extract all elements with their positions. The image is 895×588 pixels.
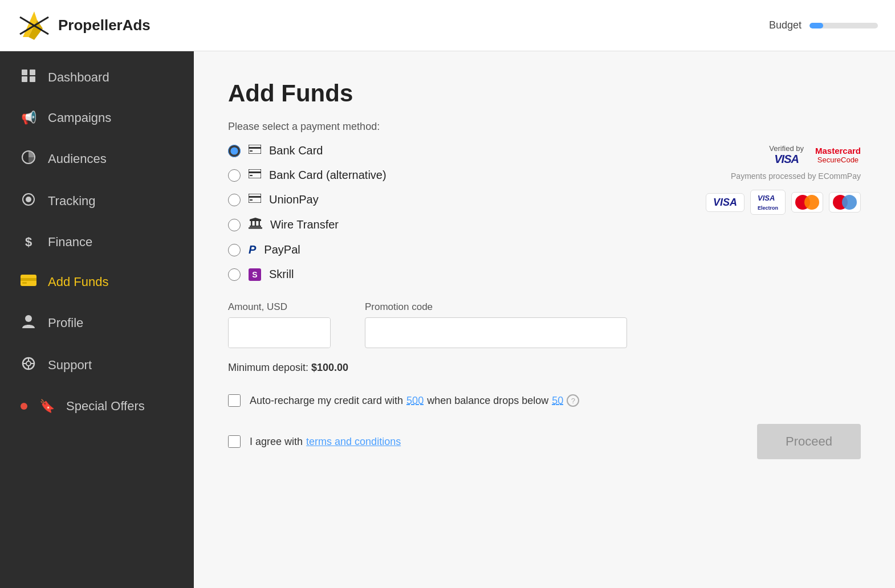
auto-recharge-row: Auto-recharge my credit card with 500 wh… [228,394,861,407]
svg-rect-25 [249,172,261,173]
amount-input[interactable] [229,318,331,348]
paypal-icon: P [249,243,256,256]
auto-recharge-label: Auto-recharge my credit card with 500 wh… [250,394,579,407]
payment-label-paypal: PayPal [264,243,300,256]
tracking-icon [21,193,36,210]
radio-bank-card-alt[interactable] [228,169,241,182]
radio-bank-card[interactable] [228,145,241,157]
svg-rect-13 [22,282,27,284]
radio-unionpay[interactable] [228,194,241,206]
mastercard-text: Mastercard [815,146,861,156]
svg-rect-7 [30,76,35,82]
maestro-badge [829,192,861,213]
svg-rect-4 [22,70,27,75]
propellerads-logo-icon [17,9,51,43]
sidebar-item-label-audiences: Audiences [48,152,107,166]
svg-rect-24 [249,169,261,178]
top-header: PropellerAds Budget [0,0,895,51]
verified-visa: Verified by VISA [769,144,804,166]
sidebar-item-label-special-offers: Special Offers [66,399,145,414]
svg-rect-12 [21,278,36,281]
svg-rect-32 [251,221,253,226]
terms-link[interactable]: terms and conditions [306,436,401,448]
visa-electron-badge: VISA Electron [750,190,786,215]
payment-option-paypal[interactable]: P PayPal [228,243,387,256]
visa-verified-logo: VISA [774,153,799,166]
terms-label: I agree with terms and conditions [250,436,401,448]
sidebar-item-label-support: Support [48,358,92,373]
amount-input-wrap: ▲ ▼ [228,317,331,348]
payment-option-wire-transfer[interactable]: Wire Transfer [228,218,387,232]
svg-rect-30 [250,226,261,227]
promo-label: Promotion code [365,301,627,313]
promo-input[interactable] [365,317,627,348]
amount-section: Amount, USD ▲ ▼ Promotion code [228,301,861,348]
svg-rect-21 [249,145,261,154]
securecode-text: SecureCode [817,156,859,164]
main-content: Add Funds Please select a payment method… [194,51,895,588]
sidebar-item-special-offers[interactable]: 🔖 Special Offers [0,386,194,426]
auto-recharge-text-1: Auto-recharge my credit card with [250,395,403,407]
svg-rect-26 [250,175,253,176]
sidebar-item-profile[interactable]: Profile [0,302,194,344]
svg-rect-29 [250,199,253,201]
logo-text: PropellerAds [58,17,150,34]
payment-label-skrill: Skrill [269,268,294,281]
sidebar-item-label-add-funds: Add Funds [48,275,108,289]
payment-option-skrill[interactable]: S Skrill [228,268,387,281]
budget-bar [809,23,878,28]
budget-bar-fill [809,23,823,28]
payment-option-bank-card-alt[interactable]: Bank Card (alternative) [228,169,387,182]
svg-rect-33 [255,221,257,226]
sidebar-item-dashboard[interactable]: Dashboard [0,57,194,98]
sidebar-item-label-campaigns: Campaigns [48,111,111,125]
budget-label: Budget [769,19,802,31]
auto-recharge-amount[interactable]: 500 [406,395,424,407]
mastercard-badge [791,192,823,213]
auto-recharge-checkbox[interactable] [228,394,241,407]
svg-point-14 [25,315,32,322]
radio-wire-transfer[interactable] [228,219,241,231]
sidebar-item-tracking[interactable]: Tracking [0,180,194,222]
auto-recharge-threshold[interactable]: 50 [552,395,563,407]
sidebar-item-label-tracking: Tracking [48,194,96,209]
payment-option-unionpay[interactable]: UnionPay [228,193,387,206]
support-icon [21,357,36,374]
sidebar-item-add-funds[interactable]: Add Funds [0,262,194,302]
svg-rect-23 [250,150,253,152]
svg-marker-36 [250,218,261,219]
svg-rect-28 [249,196,261,198]
terms-checkbox[interactable] [228,435,241,448]
terms-row: I agree with terms and conditions Procee… [228,424,861,459]
dashboard-icon [21,70,36,85]
sidebar: Dashboard 📢 Campaigns Audiences Tracking… [0,51,194,588]
proceed-button[interactable]: Proceed [757,424,861,459]
svg-point-16 [26,361,31,366]
payment-label-wire-transfer: Wire Transfer [270,218,339,231]
amount-field-group: Amount, USD ▲ ▼ [228,301,331,348]
wire-transfer-icon [249,218,262,232]
payment-option-bank-card[interactable]: Bank Card [228,144,387,157]
sidebar-item-label-finance: Finance [48,235,92,250]
card-logos-area: Verified by VISA Mastercard SecureCode P… [706,144,861,215]
svg-rect-27 [249,194,261,203]
amount-label: Amount, USD [228,301,331,313]
verified-row: Verified by VISA Mastercard SecureCode [769,144,861,166]
sidebar-item-finance[interactable]: $ Finance [0,222,194,262]
svg-rect-31 [249,227,262,229]
logo-area: PropellerAds [17,9,150,43]
audiences-icon [21,150,36,168]
promo-field-group: Promotion code [365,301,627,348]
checkbox-section: Auto-recharge my credit card with 500 wh… [228,394,861,459]
card-icons-row: VISA VISA Electron [706,190,861,215]
radio-skrill[interactable] [228,268,241,281]
svg-rect-22 [249,147,261,149]
radio-paypal[interactable] [228,244,241,256]
info-icon[interactable]: ? [567,394,579,407]
auto-recharge-text-2: when balance drops below [427,395,548,407]
sidebar-item-audiences[interactable]: Audiences [0,138,194,180]
sidebar-item-support[interactable]: Support [0,344,194,386]
add-funds-icon [21,275,36,289]
sidebar-item-campaigns[interactable]: 📢 Campaigns [0,98,194,138]
finance-icon: $ [21,235,36,250]
